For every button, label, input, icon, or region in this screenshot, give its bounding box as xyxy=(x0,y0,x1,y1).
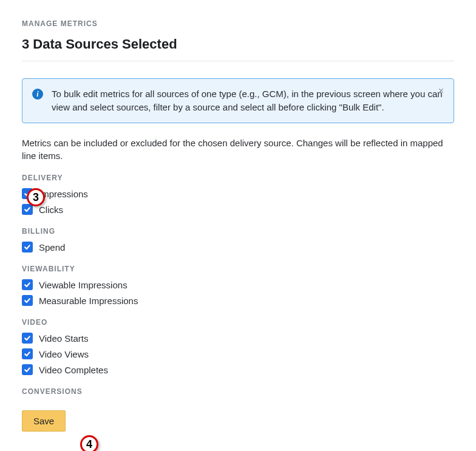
metric-label: Impressions xyxy=(39,189,88,199)
metric-row: Video Completes xyxy=(22,364,454,375)
annotation-marker-3: 3 xyxy=(27,188,45,206)
section-header: DELIVERY xyxy=(22,174,454,182)
description-text: Metrics can be included or excluded for … xyxy=(22,137,454,163)
save-button[interactable]: Save xyxy=(22,410,66,432)
section-billing: BILLINGSpend xyxy=(22,227,454,253)
section-viewability: VIEWABILITYViewable ImpressionsMeasurabl… xyxy=(22,265,454,306)
alert-text: To bulk edit metrics for all sources of … xyxy=(52,87,444,114)
metric-label: Measurable Impressions xyxy=(39,296,138,306)
metric-row: Video Views xyxy=(22,348,454,359)
checkbox[interactable] xyxy=(22,242,33,253)
info-alert: i To bulk edit metrics for all sources o… xyxy=(22,78,454,123)
section-conversions: CONVERSIONS xyxy=(22,387,454,396)
checkbox[interactable] xyxy=(22,348,33,359)
metric-label: Clicks xyxy=(39,205,63,215)
metric-row: Video Starts xyxy=(22,333,454,344)
metric-label: Video Starts xyxy=(39,333,88,344)
metric-row: Measurable Impressions xyxy=(22,295,454,306)
checkbox[interactable] xyxy=(22,333,33,344)
metric-label: Video Completes xyxy=(39,365,108,375)
info-icon: i xyxy=(32,89,43,100)
breadcrumb: MANAGE METRICS xyxy=(22,19,454,28)
metric-row: Viewable Impressions xyxy=(22,279,454,290)
checkbox[interactable] xyxy=(22,295,33,306)
checkbox[interactable] xyxy=(22,364,33,375)
metric-label: Viewable Impressions xyxy=(39,280,127,290)
section-header: BILLING xyxy=(22,227,454,236)
page-title: 3 Data Sources Selected xyxy=(22,36,454,52)
checkbox[interactable] xyxy=(22,204,33,215)
section-header: CONVERSIONS xyxy=(22,387,454,396)
metric-label: Spend xyxy=(39,242,65,253)
checkbox[interactable] xyxy=(22,279,33,290)
annotation-marker-4: 4 xyxy=(80,435,98,451)
metric-row: Clicks xyxy=(22,204,454,215)
close-icon[interactable]: × xyxy=(436,85,446,97)
section-video: VIDEOVideo StartsVideo ViewsVideo Comple… xyxy=(22,318,454,375)
section-header: VIEWABILITY xyxy=(22,265,454,273)
metric-label: Video Views xyxy=(39,349,89,359)
metric-row: Spend xyxy=(22,242,454,253)
section-header: VIDEO xyxy=(22,318,454,327)
section-delivery: DELIVERYImpressionsClicks xyxy=(22,174,454,215)
metric-row: Impressions xyxy=(22,188,454,199)
divider xyxy=(22,61,454,61)
